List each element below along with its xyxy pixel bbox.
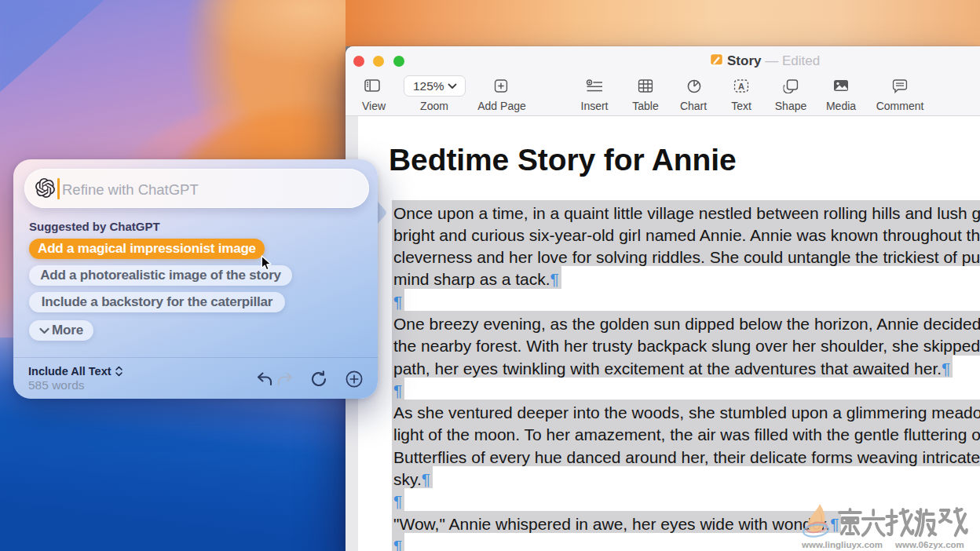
- svg-text:www.06zyx.com: www.06zyx.com: [894, 540, 964, 549]
- svg-text:www.lingliuyx.com: www.lingliuyx.com: [801, 540, 883, 549]
- svg-text:A: A: [738, 82, 744, 91]
